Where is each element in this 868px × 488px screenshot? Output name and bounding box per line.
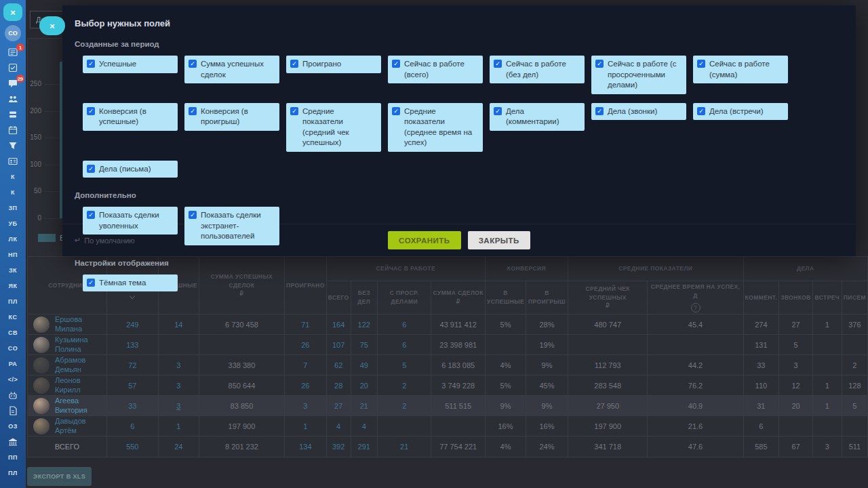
app-sidebar: × СО 129ККЗПУБЛКНПЗКЯКПЛКССВСОРА</>ОЗППП… <box>0 0 26 488</box>
sidebar-item-21[interactable]: </> <box>0 371 26 387</box>
sidebar-item-20[interactable]: РА <box>0 356 26 371</box>
checkbox-checked-icon[interactable]: ✓ <box>87 211 95 219</box>
robot-icon[interactable] <box>0 387 26 403</box>
table-total-row: ВСЕГО550248 201 2321343922912177 754 221… <box>28 436 868 458</box>
sidebar-item-12[interactable]: ЛК <box>0 231 26 247</box>
sidebar-item-9[interactable]: К <box>0 184 26 200</box>
checkbox-checked-icon[interactable]: ✓ <box>494 107 502 115</box>
sidebar-item-14[interactable]: ЗК <box>0 262 26 278</box>
cell-conv_lost: 45% <box>526 375 568 396</box>
cell-sum_success: 850 644 <box>199 375 284 396</box>
cell-created: 249 <box>106 314 158 335</box>
cell-wip_nodeals: 4 <box>351 416 377 436</box>
table-row[interactable]: Ершова Милана249146 730 45871164122643 9… <box>28 314 868 335</box>
total-wip_overdue: 21 <box>377 436 431 458</box>
cell-avg_check: 27 950 <box>568 396 648 416</box>
field-chip[interactable]: ✓Конверсия (в проигрыш) <box>184 103 279 131</box>
employee-name-link[interactable]: Давыдов Артём <box>55 417 106 434</box>
reset-label: По умолчанию <box>84 237 134 245</box>
funnel-icon[interactable] <box>0 138 26 153</box>
sidebar-item-10[interactable]: ЗП <box>0 200 26 216</box>
export-xls-button[interactable]: ЭКСПОРТ В XLS <box>27 467 92 486</box>
employee-name-link[interactable]: Агеева Виктория <box>55 396 106 414</box>
tasks-icon[interactable] <box>0 60 26 75</box>
cell-sum_success <box>199 335 284 355</box>
close-button[interactable]: ЗАКРЫТЬ <box>468 231 530 249</box>
checkbox-checked-icon[interactable]: ✓ <box>595 107 604 115</box>
checkbox-checked-icon[interactable]: ✓ <box>697 107 705 115</box>
table-row[interactable]: Агеева Виктория33383 850327212511 5159%9… <box>28 396 868 416</box>
modal-close-icon[interactable]: × <box>39 16 65 35</box>
checkbox-checked-icon[interactable]: ✓ <box>87 165 95 173</box>
field-chip[interactable]: ✓Сейчас в работе (сумма) <box>693 56 788 83</box>
bank-icon[interactable] <box>0 434 26 449</box>
help-icon[interactable]: ? <box>691 303 701 312</box>
checkbox-checked-icon[interactable]: ✓ <box>392 107 400 115</box>
checkbox-checked-icon[interactable]: ✓ <box>87 107 95 115</box>
idcard-icon[interactable] <box>0 153 26 169</box>
checkbox-checked-icon[interactable]: ✓ <box>87 279 95 287</box>
employee-name-link[interactable]: Леонов Кирилл <box>55 376 106 394</box>
checkbox-checked-icon[interactable]: ✓ <box>494 60 502 68</box>
checkbox-checked-icon[interactable]: ✓ <box>189 107 197 115</box>
table-row[interactable]: Абрамов Демьян723338 3807624956 183 0854… <box>28 355 868 375</box>
field-chip[interactable]: ✓Средние показатели (среднее время на ус… <box>388 103 483 152</box>
sidebar-item-19[interactable]: СО <box>0 340 26 356</box>
cell-conv_success: 16% <box>485 416 526 436</box>
people-icon[interactable] <box>0 91 26 106</box>
field-chip[interactable]: ✓Сейчас в работе (всего) <box>388 56 483 83</box>
cell-lost: 26 <box>285 335 327 355</box>
checkbox-checked-icon[interactable]: ✓ <box>87 60 95 68</box>
cards-icon[interactable] <box>0 106 26 122</box>
calendar-icon[interactable] <box>0 122 26 138</box>
sidebar-item-16[interactable]: ПЛ <box>0 293 26 309</box>
field-chip[interactable]: ✓Сейчас в работе (без дел) <box>490 56 585 83</box>
table-row[interactable]: Кузьмина Полина1332610775623 398 98119%1… <box>28 335 868 355</box>
employee-avatar <box>33 357 50 373</box>
cell-wip_overdue: 5 <box>377 355 431 375</box>
cell-avg_time: 44.2 <box>648 355 743 375</box>
field-chip[interactable]: ✓Дела (звонки) <box>591 103 686 121</box>
table-row[interactable]: Давыдов Артём61197 90014416%16%197 90021… <box>28 416 868 436</box>
sidebar-item-15[interactable]: ЯК <box>0 278 26 293</box>
field-chip[interactable]: ✓Дела (встречи) <box>693 103 788 121</box>
sidebar-item-13[interactable]: НП <box>0 247 26 262</box>
avatar[interactable]: СО <box>5 25 21 41</box>
field-chip[interactable]: ✓Успешные <box>83 56 178 73</box>
chat-icon[interactable]: 29 <box>0 75 26 91</box>
save-button[interactable]: СОХРАНИТЬ <box>388 231 461 249</box>
field-chip[interactable]: ✓Дела (письма) <box>83 161 178 178</box>
employee-name-link[interactable]: Ершова Милана <box>55 315 106 333</box>
employee-name-link[interactable]: Абрамов Демьян <box>55 356 106 373</box>
table-row[interactable]: Леонов Кирилл573850 64426282023 749 2285… <box>28 375 868 396</box>
document-icon[interactable] <box>0 403 26 418</box>
sidebar-close-icon[interactable]: × <box>3 3 22 21</box>
sidebar-item-24[interactable]: ОЗ <box>0 418 26 434</box>
chip-label: Сейчас в работе (сумма) <box>709 59 783 80</box>
sidebar-item-17[interactable]: КС <box>0 309 26 325</box>
field-chip[interactable]: ✓Сумма успешных сделок <box>184 56 279 83</box>
checkbox-checked-icon[interactable]: ✓ <box>290 60 298 68</box>
checkbox-checked-icon[interactable]: ✓ <box>189 211 197 219</box>
checkbox-checked-icon[interactable]: ✓ <box>392 60 400 68</box>
sidebar-item-8[interactable]: К <box>0 169 26 184</box>
sidebar-item-18[interactable]: СВ <box>0 325 26 340</box>
field-chip[interactable]: ✓Средние показатели (средний чек успешны… <box>286 103 381 152</box>
field-chip[interactable]: ✓Конверсия (в успешные) <box>83 103 178 131</box>
feed-icon[interactable]: 1 <box>0 44 26 60</box>
checkbox-checked-icon[interactable]: ✓ <box>290 107 298 115</box>
checkbox-checked-icon[interactable]: ✓ <box>189 60 197 68</box>
reset-defaults-link[interactable]: ↵ По умолчанию <box>75 236 135 245</box>
sidebar-item-27[interactable]: ПЛ <box>0 465 26 481</box>
checkbox-checked-icon[interactable]: ✓ <box>595 60 604 68</box>
checkbox-checked-icon[interactable]: ✓ <box>697 60 705 68</box>
sidebar-item-11[interactable]: УБ <box>0 216 26 231</box>
chip-label: Проиграно <box>302 59 341 70</box>
field-chip[interactable]: ✓Проиграно <box>286 56 381 73</box>
sidebar-item-26[interactable]: ПП <box>0 449 26 465</box>
field-chip[interactable]: ✓Сейчас в работе (с просроченными делами… <box>591 56 686 94</box>
employee-name-link[interactable]: Кузьмина Полина <box>55 336 106 353</box>
field-chip[interactable]: ✓Дела (комментарии) <box>490 103 585 131</box>
chip-label: Сейчас в работе (всего) <box>404 59 477 80</box>
field-chip[interactable]: ✓Тёмная тема <box>83 274 178 292</box>
